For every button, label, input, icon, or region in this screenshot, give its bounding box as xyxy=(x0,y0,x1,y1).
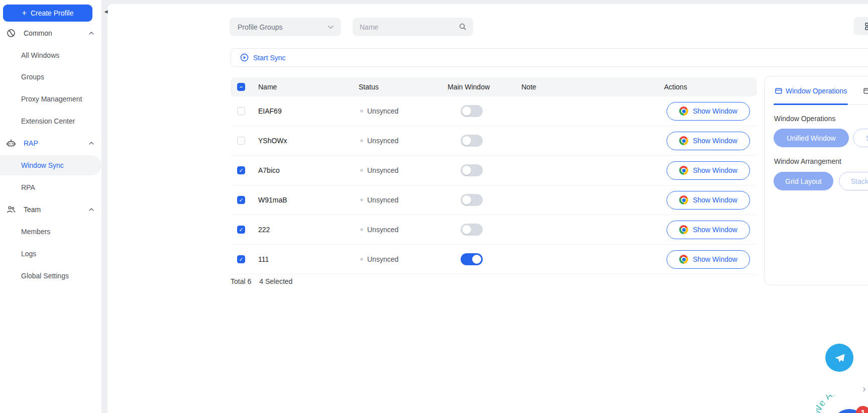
tab-window-operations[interactable]: Window Operations xyxy=(775,83,847,98)
main-window-toggle[interactable] xyxy=(461,224,483,236)
table-row[interactable]: ✓ W91maB Unsynced Show Window xyxy=(231,185,757,215)
create-profile-button[interactable]: + Create Profile xyxy=(3,5,92,22)
table-row[interactable]: ✓ 111 Unsynced Show Window xyxy=(231,245,757,274)
table-row[interactable]: ✓ YShOWx Unsynced Show Window xyxy=(231,126,757,156)
create-profile-label: Create Profile xyxy=(31,9,74,17)
sidebar-section-rap[interactable]: RAP xyxy=(0,136,101,150)
main-window-toggle[interactable] xyxy=(461,194,483,206)
name-search-box xyxy=(353,18,473,36)
profile-name: EIAF69 xyxy=(258,96,282,126)
status-text: Unsynced xyxy=(367,255,398,263)
grid-layout-button[interactable]: Grid Layout xyxy=(774,172,833,190)
chrome-icon xyxy=(679,107,688,116)
status-dot-icon xyxy=(360,139,363,142)
telegram-button[interactable] xyxy=(825,344,853,372)
chrome-icon xyxy=(679,166,688,175)
profile-name: 222 xyxy=(258,215,270,244)
status-text: Unsynced xyxy=(367,107,398,115)
column-header-actions: Actions xyxy=(664,77,687,96)
sidebar-item-groups[interactable]: Groups xyxy=(0,70,101,84)
chrome-icon xyxy=(679,255,688,264)
tab-label: Window Operations xyxy=(786,87,847,95)
sidebar-item-label: Extension Center xyxy=(21,117,75,125)
profile-groups-select[interactable]: Profile Groups xyxy=(230,18,341,36)
sidebar-item-label: Logs xyxy=(21,250,36,258)
sync-bar: Start Sync Exit Multi-Select (4) xyxy=(231,48,868,67)
chrome-icon xyxy=(679,195,688,204)
sidebar-section-common[interactable]: Common xyxy=(0,26,101,40)
check-icon: ✓ xyxy=(239,168,243,173)
row-checkbox[interactable]: ✓ xyxy=(237,226,245,234)
total-count: Total 6 xyxy=(231,277,251,285)
row-checkbox[interactable]: ✓ xyxy=(237,196,245,204)
toggle-knob xyxy=(462,225,471,234)
show-window-button[interactable]: Show Window xyxy=(667,250,750,269)
we-are-here-badge[interactable]: We Are Here 1 xyxy=(816,395,868,413)
toggle-knob xyxy=(462,166,471,175)
status-dot-icon xyxy=(360,169,363,172)
sidebar-item-all-windows[interactable]: All Windows xyxy=(0,48,101,62)
show-window-label: Show Window xyxy=(693,137,737,145)
check-icon: ✓ xyxy=(239,227,243,233)
status-dot-icon xyxy=(360,110,363,113)
sidebar-item-global-settings[interactable]: Global Settings xyxy=(0,269,101,283)
sidebar-item-window-sync[interactable]: Window Sync xyxy=(0,155,101,175)
sidebar-item-rpa[interactable]: RPA xyxy=(0,180,101,194)
row-checkbox[interactable]: ✓ xyxy=(237,107,245,115)
status-dot-icon xyxy=(360,258,363,261)
column-header-main-window: Main Window xyxy=(448,77,490,96)
sidebar-gap xyxy=(101,0,107,413)
show-window-label: Show Window xyxy=(693,107,737,115)
indeterminate-icon: − xyxy=(240,84,243,90)
status-text: Unsynced xyxy=(367,137,398,145)
sidebar-item-label: Members xyxy=(21,228,50,236)
sidebar-item-label: All Windows xyxy=(21,51,59,59)
main-window-toggle[interactable] xyxy=(461,105,483,117)
check-icon: ✓ xyxy=(239,257,243,262)
tab-text[interactable]: Text xyxy=(863,83,868,98)
sidebar-item-label: RPA xyxy=(21,183,35,191)
stacked-layout-button[interactable]: Stacked Layout xyxy=(839,172,868,190)
main-window-toggle[interactable] xyxy=(461,164,483,176)
toggle-knob xyxy=(462,136,471,145)
row-checkbox[interactable]: ✓ xyxy=(237,137,245,145)
show-window-button[interactable]: Show Window xyxy=(667,161,750,180)
show-window-button[interactable]: Show Window xyxy=(667,132,750,150)
sidebar-item-extension-center[interactable]: Extension Center xyxy=(0,114,101,128)
sidebar-item-logs[interactable]: Logs xyxy=(0,247,101,261)
sidebar-item-members[interactable]: Members xyxy=(0,225,101,239)
profile-groups-label: Profile Groups xyxy=(238,23,282,31)
row-checkbox[interactable]: ✓ xyxy=(237,255,245,263)
select-all-checkbox[interactable]: − xyxy=(237,83,245,91)
name-search-input[interactable] xyxy=(360,23,455,31)
search-icon[interactable] xyxy=(459,23,467,31)
window-operations-panel: Window Operations Text Tabs Window Opera… xyxy=(764,76,868,285)
table-row[interactable]: ✓ A7bico Unsynced Show Window xyxy=(231,156,757,185)
table-row[interactable]: ✓ EIAF69 Unsynced Show Window xyxy=(231,96,757,126)
start-sync-button[interactable]: Start Sync xyxy=(240,49,286,66)
panel-expand-icon[interactable]: › xyxy=(862,383,866,394)
sidebar-collapse-icon[interactable]: ◀ xyxy=(102,8,110,16)
table-footer: Total 6 4 Selected xyxy=(231,275,292,287)
main-window-toggle[interactable] xyxy=(461,135,483,147)
show-window-button[interactable]: Show Window xyxy=(667,102,750,121)
sidebar-section-team[interactable]: Team xyxy=(0,202,101,217)
column-header-status: Status xyxy=(359,77,379,96)
show-all-windows-button[interactable]: Show All Windows xyxy=(853,129,868,147)
sidebar-item-label: Window Sync xyxy=(21,161,64,169)
telegram-plane-icon xyxy=(832,350,847,365)
show-window-button[interactable]: Show Window xyxy=(667,221,750,239)
row-checkbox[interactable]: ✓ xyxy=(237,166,245,174)
start-sync-label: Start Sync xyxy=(253,54,286,62)
main-window-toggle[interactable] xyxy=(461,253,483,265)
play-circle-icon xyxy=(240,53,249,62)
show-window-button[interactable]: Show Window xyxy=(667,191,750,210)
unified-window-button[interactable]: Unified Window xyxy=(774,129,849,147)
column-header-note: Note xyxy=(521,77,536,96)
sidebar-section-label: Team xyxy=(24,205,41,214)
chrome-icon xyxy=(679,136,688,145)
table-row[interactable]: ✓ 222 Unsynced Show Window xyxy=(231,215,757,245)
recycle-bin-button[interactable]: Recycle Bin xyxy=(853,17,868,35)
window-icon xyxy=(775,87,782,94)
sidebar-item-proxy-management[interactable]: Proxy Management xyxy=(0,92,101,106)
